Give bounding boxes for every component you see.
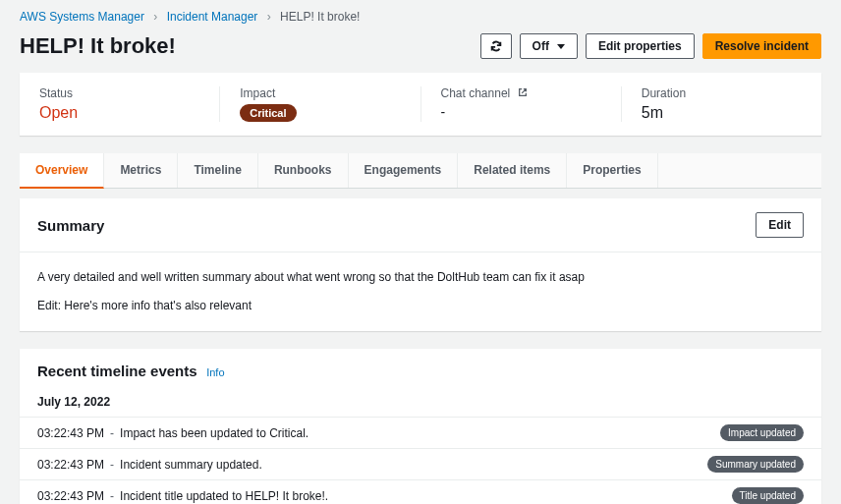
edit-summary-button[interactable]: Edit — [756, 212, 804, 238]
breadcrumb-sep: › — [153, 10, 157, 24]
duration-value: 5m — [642, 104, 802, 122]
summary-text-2: Edit: Here's more info that's also relev… — [37, 297, 804, 315]
timeline-sep: - — [110, 458, 114, 472]
timeline-sep: - — [110, 426, 114, 440]
timeline-title: Recent timeline events — [37, 363, 197, 379]
chat-label-text: Chat channel — [441, 86, 511, 100]
timeline-desc: Impact has been updated to Critical. — [120, 426, 720, 440]
event-badge: Impact updated — [720, 424, 804, 441]
chat-label: Chat channel — [441, 86, 601, 100]
timeline-row: 03:22:43 PM-Impact has been updated to C… — [20, 417, 821, 448]
impact-badge: Critical — [240, 104, 296, 122]
edit-properties-button[interactable]: Edit properties — [586, 33, 695, 59]
tab-overview[interactable]: Overview — [20, 153, 104, 189]
off-label: Off — [533, 39, 549, 53]
breadcrumb-root[interactable]: AWS Systems Manager — [20, 10, 144, 24]
header-actions: Off Edit properties Resolve incident — [480, 33, 821, 59]
timeline-row: 03:22:43 PM-Incident title updated to HE… — [20, 479, 821, 504]
page-header: HELP! It broke! Off Edit properties Reso… — [0, 28, 841, 73]
tab-engagements[interactable]: Engagements — [349, 153, 459, 188]
off-dropdown[interactable]: Off — [520, 33, 578, 59]
tab-metrics[interactable]: Metrics — [104, 153, 178, 188]
timeline-section: Recent timeline events Info July 12, 202… — [20, 349, 821, 504]
breadcrumb-current: HELP! It broke! — [280, 10, 360, 24]
timeline-rows: 03:22:43 PM-Impact has been updated to C… — [20, 417, 821, 504]
summary-title: Summary — [37, 217, 104, 234]
summary-text-1: A very detailed and well written summary… — [37, 268, 804, 287]
breadcrumb: AWS Systems Manager › Incident Manager ›… — [0, 0, 841, 28]
timeline-time: 03:22:43 PM — [37, 458, 104, 472]
timeline-sep: - — [110, 489, 114, 503]
status-panel: Status Open Impact Critical Chat channel… — [20, 73, 821, 136]
tab-timeline[interactable]: Timeline — [178, 153, 257, 188]
summary-section: Summary Edit A very detailed and well wr… — [20, 198, 821, 331]
tab-runbooks[interactable]: Runbooks — [258, 153, 349, 188]
status-value: Open — [39, 104, 199, 122]
status-col-status: Status Open — [20, 86, 219, 122]
duration-label: Duration — [642, 86, 802, 100]
timeline-desc: Incident summary updated. — [120, 458, 707, 472]
tabs: OverviewMetricsTimelineRunbooksEngagemen… — [20, 153, 821, 189]
refresh-icon — [489, 39, 503, 53]
impact-label: Impact — [240, 86, 400, 100]
event-badge: Title updated — [732, 487, 804, 504]
event-badge: Summary updated — [707, 456, 804, 473]
timeline-date: July 12, 2022 — [20, 385, 821, 417]
resolve-incident-button[interactable]: Resolve incident — [702, 33, 821, 59]
breadcrumb-sep: › — [267, 10, 271, 24]
timeline-time: 03:22:43 PM — [37, 426, 104, 440]
summary-body: A very detailed and well written summary… — [20, 252, 821, 331]
tab-properties[interactable]: Properties — [567, 153, 657, 188]
status-col-impact: Impact Critical — [219, 86, 420, 122]
timeline-row: 03:22:43 PM-Incident summary updated.Sum… — [20, 448, 821, 479]
page-title: HELP! It broke! — [20, 33, 176, 59]
tab-related-items[interactable]: Related items — [458, 153, 567, 188]
chevron-down-icon — [557, 44, 565, 49]
status-col-duration: Duration 5m — [621, 86, 821, 122]
info-link[interactable]: Info — [206, 366, 224, 378]
chat-value: - — [441, 104, 601, 120]
timeline-header: Recent timeline events Info — [20, 349, 821, 385]
refresh-button[interactable] — [480, 33, 512, 59]
breadcrumb-parent[interactable]: Incident Manager — [167, 10, 258, 24]
status-col-chat: Chat channel - — [420, 86, 621, 122]
summary-header: Summary Edit — [20, 198, 821, 252]
timeline-desc: Incident title updated to HELP! It broke… — [120, 489, 732, 503]
status-label: Status — [39, 86, 199, 100]
external-link-icon[interactable] — [518, 87, 528, 97]
timeline-time: 03:22:43 PM — [37, 489, 104, 503]
